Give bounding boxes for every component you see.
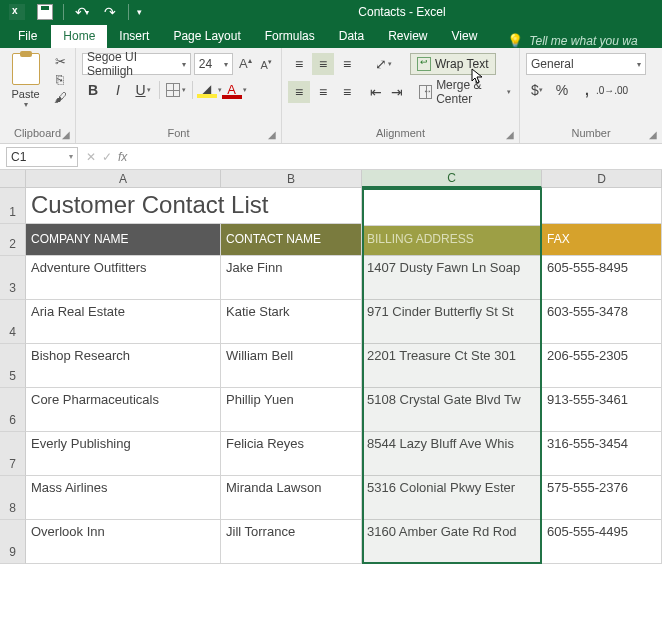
font-launcher[interactable]: ◢ (266, 128, 278, 140)
cell[interactable]: 603-555-3478 (542, 300, 662, 343)
sheet-title[interactable]: Customer Contact List (26, 188, 362, 223)
alignment-launcher[interactable]: ◢ (504, 128, 516, 140)
cell[interactable] (542, 188, 662, 223)
cell[interactable]: Overlook Inn (26, 520, 221, 563)
font-size-combo[interactable]: 24▾ (194, 53, 234, 75)
cancel-icon[interactable]: ✕ (86, 150, 96, 164)
row-header-8[interactable]: 8 (0, 476, 26, 520)
excel-icon[interactable]: x (4, 1, 30, 23)
align-right-button[interactable]: ≡ (336, 81, 358, 103)
align-top-button[interactable]: ≡ (288, 53, 310, 75)
tab-page-layout[interactable]: Page Layout (161, 25, 252, 48)
align-left-button[interactable]: ≡ (288, 81, 310, 103)
header-company[interactable]: COMPANY NAME (26, 224, 221, 255)
cell[interactable]: Felicia Reyes (221, 432, 362, 475)
fx-icon[interactable]: fx (118, 150, 127, 164)
col-header-D[interactable]: D (542, 170, 662, 188)
tab-data[interactable]: Data (327, 25, 376, 48)
tab-home[interactable]: Home (51, 25, 107, 48)
row-header-5[interactable]: 5 (0, 344, 26, 388)
cell[interactable]: Mass Airlines (26, 476, 221, 519)
cell[interactable]: 8544 Lazy Bluff Ave Whis (362, 432, 542, 475)
row-header-4[interactable]: 4 (0, 300, 26, 344)
number-format-combo[interactable]: General▾ (526, 53, 646, 75)
cell[interactable]: Everly Publishing (26, 432, 221, 475)
save-button[interactable] (32, 1, 58, 23)
header-fax[interactable]: FAX (542, 224, 662, 255)
cut-button[interactable]: ✂ (51, 53, 69, 69)
enter-icon[interactable]: ✓ (102, 150, 112, 164)
cell[interactable]: Katie Stark (221, 300, 362, 343)
fill-color-button[interactable]: ◢▾ (198, 79, 220, 101)
undo-button[interactable]: ↶▾ (69, 1, 95, 23)
cell[interactable]: Miranda Lawson (221, 476, 362, 519)
italic-button[interactable]: I (107, 79, 129, 101)
decrease-indent-button[interactable]: ⇤ (367, 81, 385, 103)
cell[interactable]: Jake Finn (221, 256, 362, 299)
cell[interactable]: 913-555-3461 (542, 388, 662, 431)
increase-indent-button[interactable]: ⇥ (388, 81, 406, 103)
paste-button[interactable]: Paste ▾ (6, 51, 45, 109)
increase-decimal-button[interactable]: .0→.00 (601, 79, 623, 101)
row-header-3[interactable]: 3 (0, 256, 26, 300)
cell[interactable]: Bishop Research (26, 344, 221, 387)
cell[interactable]: Adventure Outfitters (26, 256, 221, 299)
cell[interactable]: Aria Real Estate (26, 300, 221, 343)
col-header-C[interactable]: C (362, 170, 542, 188)
row-header-9[interactable]: 9 (0, 520, 26, 564)
qat-customize[interactable]: ▾ (134, 1, 146, 23)
bold-button[interactable]: B (82, 79, 104, 101)
cell[interactable]: Core Pharmaceuticals (26, 388, 221, 431)
cell[interactable]: William Bell (221, 344, 362, 387)
borders-button[interactable]: ▾ (165, 79, 187, 101)
formula-input[interactable] (135, 147, 662, 167)
number-launcher[interactable]: ◢ (647, 128, 659, 140)
cell[interactable]: Phillip Yuen (221, 388, 362, 431)
header-billing[interactable]: BILLING ADDRESS (362, 224, 542, 255)
select-all-corner[interactable] (0, 170, 26, 188)
cell[interactable]: Jill Torrance (221, 520, 362, 563)
underline-button[interactable]: U▾ (132, 79, 154, 101)
cell[interactable]: 3160 Amber Gate Rd Rod (362, 520, 542, 563)
redo-button[interactable]: ↷ (97, 1, 123, 23)
font-color-button[interactable]: A▾ (223, 79, 245, 101)
comma-button[interactable]: , (576, 79, 598, 101)
row-header-1[interactable]: 1 (0, 188, 26, 224)
row-header-2[interactable]: 2 (0, 224, 26, 256)
cell[interactable]: 1407 Dusty Fawn Ln Soap (362, 256, 542, 299)
cell[interactable]: 5108 Crystal Gate Blvd Tw (362, 388, 542, 431)
cell[interactable]: 206-555-2305 (542, 344, 662, 387)
merge-center-button[interactable]: Merge & Center ▾ (417, 78, 513, 106)
name-box[interactable]: C1▾ (6, 147, 78, 167)
align-bottom-button[interactable]: ≡ (336, 53, 358, 75)
tell-me[interactable]: 💡 Tell me what you wa (489, 33, 637, 48)
row-header-6[interactable]: 6 (0, 388, 26, 432)
align-center-button[interactable]: ≡ (312, 81, 334, 103)
wrap-text-button[interactable]: Wrap Text (410, 53, 496, 75)
clipboard-launcher[interactable]: ◢ (60, 128, 72, 140)
grow-font-button[interactable]: A▴ (236, 53, 254, 75)
cell[interactable] (362, 188, 542, 223)
shrink-font-button[interactable]: A▾ (257, 53, 275, 75)
cell[interactable]: 316-555-3454 (542, 432, 662, 475)
cell[interactable]: 2201 Treasure Ct Ste 301 (362, 344, 542, 387)
percent-button[interactable]: % (551, 79, 573, 101)
copy-button[interactable]: ⎘ (51, 71, 69, 87)
header-contact[interactable]: CONTACT NAME (221, 224, 362, 255)
font-name-combo[interactable]: Segoe UI Semiligh▾ (82, 53, 191, 75)
cell[interactable]: 605-555-8495 (542, 256, 662, 299)
col-header-B[interactable]: B (221, 170, 362, 188)
format-painter-button[interactable]: 🖌 (51, 89, 69, 105)
accounting-button[interactable]: $▾ (526, 79, 548, 101)
tab-insert[interactable]: Insert (107, 25, 161, 48)
cell[interactable]: 605-555-4495 (542, 520, 662, 563)
worksheet-grid[interactable]: ABCD 123456789 Customer Contact ListCOMP… (0, 170, 662, 629)
orientation-button[interactable]: ⤢▾ (372, 53, 394, 75)
tab-view[interactable]: View (440, 25, 490, 48)
cell[interactable]: 5316 Colonial Pkwy Ester (362, 476, 542, 519)
cell[interactable]: 575-555-2376 (542, 476, 662, 519)
tab-file[interactable]: File (4, 25, 51, 48)
cell[interactable]: 971 Cinder Butterfly St St (362, 300, 542, 343)
align-middle-button[interactable]: ≡ (312, 53, 334, 75)
tab-review[interactable]: Review (376, 25, 439, 48)
